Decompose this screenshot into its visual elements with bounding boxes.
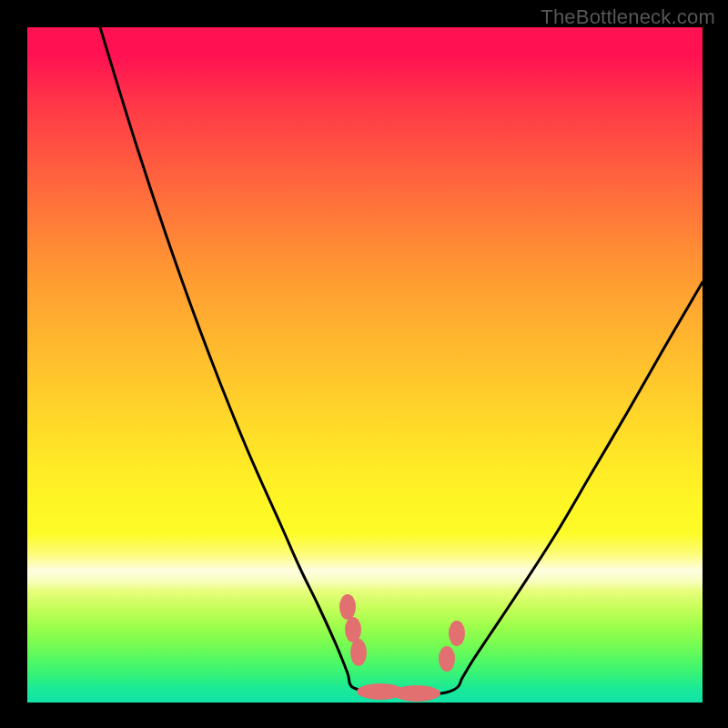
- watermark-text: TheBottleneck.com: [541, 5, 715, 29]
- chart-frame: TheBottleneck.com: [0, 0, 728, 728]
- plot-background: [27, 27, 703, 703]
